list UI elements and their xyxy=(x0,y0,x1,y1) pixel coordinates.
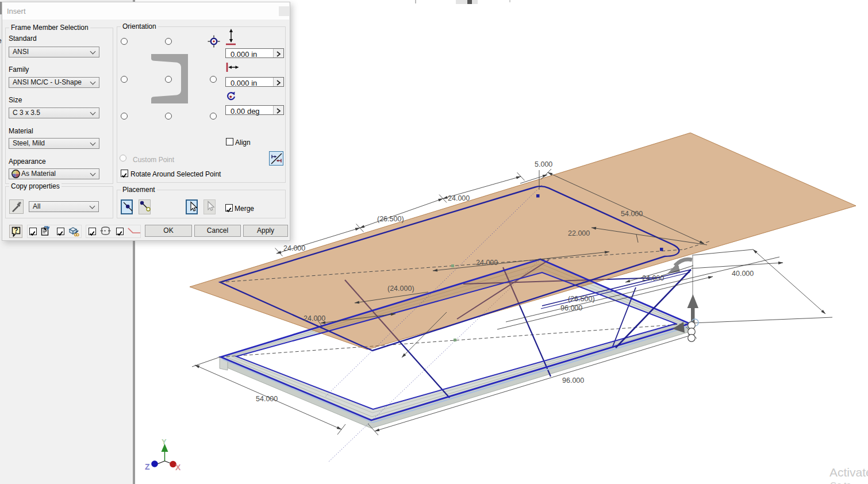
svg-text:96.000: 96.000 xyxy=(562,377,584,385)
svg-text:54.000: 54.000 xyxy=(256,395,278,403)
svg-text:24.000: 24.000 xyxy=(283,244,305,252)
svg-text:?: ? xyxy=(14,226,18,235)
svg-text:24.000: 24.000 xyxy=(304,314,325,322)
svg-text:54.000: 54.000 xyxy=(621,210,643,218)
svg-text:(24.000): (24.000) xyxy=(387,285,414,293)
svg-text:Y: Y xyxy=(162,437,167,446)
svg-text:40.000: 40.000 xyxy=(732,270,754,278)
svg-text:24.000: 24.000 xyxy=(476,259,498,267)
svg-text:Z: Z xyxy=(145,462,150,471)
svg-text:22.000: 22.000 xyxy=(568,229,590,237)
svg-text:(26.500): (26.500) xyxy=(568,295,595,303)
svg-text:24.000: 24.000 xyxy=(642,274,664,282)
svg-text:(26.500): (26.500) xyxy=(377,215,404,223)
svg-text:96.000: 96.000 xyxy=(560,304,582,312)
svg-text:X: X xyxy=(175,463,181,472)
svg-text:24.000: 24.000 xyxy=(448,194,470,202)
svg-text:5.000: 5.000 xyxy=(535,160,552,168)
